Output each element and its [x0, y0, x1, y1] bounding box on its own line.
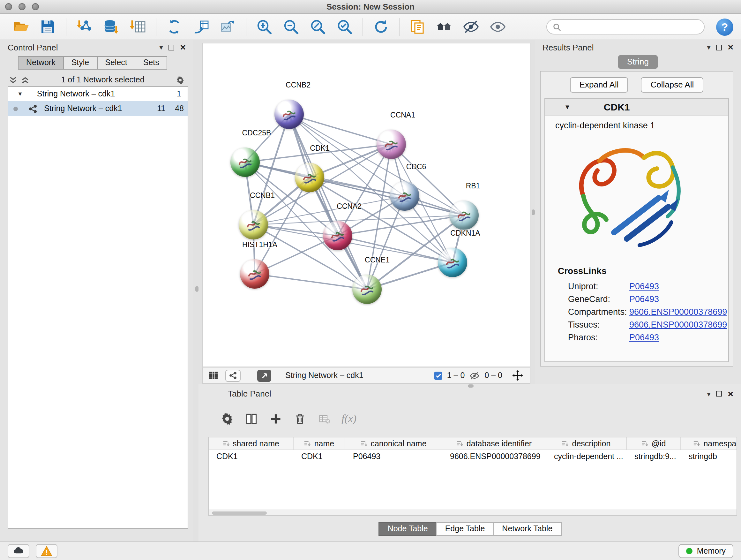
show-all-button[interactable]: [488, 17, 508, 37]
tab-node-table[interactable]: Node Table: [379, 522, 437, 536]
collapse-all-button[interactable]: Collapse All: [641, 77, 704, 92]
window-minimize-button[interactable]: [18, 3, 25, 10]
tab-edge-table[interactable]: Edge Table: [436, 522, 494, 536]
show-columns-button[interactable]: [245, 412, 259, 426]
network-name: String Network – cdk1: [44, 104, 122, 113]
function-builder-button[interactable]: f(x): [341, 413, 356, 425]
protein-details-scroll[interactable]: ▼ CDK1 cyclin-dependent kinase 1: [544, 98, 729, 362]
crosslink-link[interactable]: 9606.ENSP00000378699: [629, 307, 727, 316]
column-header-name[interactable]: name: [293, 437, 345, 449]
network-node-CCNE1[interactable]: [352, 274, 382, 304]
network-node-CCNB1[interactable]: [239, 210, 268, 240]
column-header-shared-name[interactable]: shared name: [209, 437, 293, 449]
import-table-button[interactable]: [128, 17, 147, 37]
column-header-namespace[interactable]: namespace: [681, 437, 737, 449]
refresh-layout-button[interactable]: [372, 17, 391, 37]
tab-network-table[interactable]: Network Table: [493, 522, 561, 536]
float-panel-icon[interactable]: ▾: [707, 44, 711, 51]
column-header--id[interactable]: @id: [627, 437, 681, 449]
close-panel-icon[interactable]: ×: [180, 44, 186, 51]
expand-all-button[interactable]: Expand All: [570, 77, 628, 92]
float-panel-icon[interactable]: ▾: [707, 390, 711, 397]
maximize-panel-icon[interactable]: [716, 391, 722, 396]
network-node-HIST1H1A[interactable]: [240, 259, 269, 289]
left-splitter-handle[interactable]: [195, 286, 199, 292]
birdseye-home-button[interactable]: [434, 17, 454, 37]
network-collection-row[interactable]: ▼ String Network – cdk1 1: [8, 87, 188, 101]
detach-view-button[interactable]: [257, 369, 271, 381]
delete-column-button[interactable]: [293, 412, 307, 426]
pan-mode-icon[interactable]: [512, 370, 523, 381]
network-view-canvas[interactable]: CCNB2CCNA1CDC25BCDK1CDC6RB1CCNB1CCNA2CDK…: [202, 43, 530, 367]
maximize-panel-icon[interactable]: [169, 44, 174, 50]
window-zoom-button[interactable]: [32, 3, 39, 10]
network-node-RB1[interactable]: [449, 200, 479, 230]
warnings-button[interactable]: [36, 544, 57, 558]
network-node-CDKN1A[interactable]: [438, 248, 467, 277]
export-network-image-button[interactable]: [218, 17, 238, 37]
tab-sets[interactable]: Sets: [135, 56, 167, 70]
import-network-from-file-button[interactable]: [75, 17, 94, 37]
help-button[interactable]: ?: [716, 18, 733, 36]
search-input[interactable]: [565, 22, 698, 32]
network-from-selection-button[interactable]: [165, 17, 184, 37]
network-node-CDK1[interactable]: [295, 163, 324, 192]
cloud-sync-button[interactable]: [8, 544, 29, 558]
table-row[interactable]: CDK1CDK1P064939606.ENSP00000378699cyclin…: [209, 450, 737, 463]
zoom-fit-button[interactable]: [308, 17, 327, 37]
network-row[interactable]: String Network – cdk1 11 48: [8, 101, 188, 116]
hide-selected-button[interactable]: [461, 17, 481, 37]
clone-network-with-table-button[interactable]: [192, 17, 211, 37]
search-field[interactable]: [546, 19, 704, 35]
crosslink-link[interactable]: P06493: [629, 332, 659, 342]
table-horizontal-scrollbar[interactable]: [209, 509, 737, 515]
zoom-selected-button[interactable]: [335, 17, 354, 37]
network-node-CCNB2[interactable]: [274, 100, 304, 129]
crosslink-link[interactable]: 9606.ENSP00000378699: [629, 320, 727, 329]
maximize-panel-icon[interactable]: [716, 44, 722, 50]
collapse-section-icon[interactable]: ▼: [564, 104, 570, 111]
network-node-CCNA1[interactable]: [377, 130, 406, 159]
close-panel-icon[interactable]: ×: [728, 44, 733, 51]
float-panel-icon[interactable]: ▾: [159, 44, 163, 51]
memory-button[interactable]: Memory: [678, 544, 733, 558]
gear-icon[interactable]: [176, 76, 185, 84]
zoom-in-button[interactable]: [255, 17, 274, 37]
import-network-from-database-button[interactable]: [102, 17, 121, 37]
selected-count-checkbox[interactable]: [434, 371, 443, 380]
grid-view-icon[interactable]: [209, 371, 218, 380]
collection-expander-icon[interactable]: ▼: [17, 91, 23, 97]
close-panel-icon[interactable]: ×: [728, 390, 733, 397]
tab-network[interactable]: Network: [18, 56, 64, 70]
right-splitter-handle[interactable]: [532, 209, 535, 215]
column-header-description[interactable]: description: [546, 437, 627, 449]
network-overview-button[interactable]: [225, 369, 241, 381]
collapse-all-icon[interactable]: [9, 76, 17, 84]
network-edge-CCNA2-CDKN1A[interactable]: [338, 236, 453, 262]
network-edge-CCNB2-CCNA1[interactable]: [289, 114, 391, 144]
network-node-CDC6[interactable]: [390, 181, 419, 211]
network-edge-HIST1H1A-CCNE1[interactable]: [255, 274, 367, 289]
crosslink-link[interactable]: P06493: [629, 281, 659, 291]
column-header-canonical-name[interactable]: canonical name: [345, 437, 442, 449]
zoom-out-button[interactable]: [281, 17, 300, 37]
tab-style[interactable]: Style: [63, 56, 98, 70]
save-session-button[interactable]: [38, 17, 57, 37]
string-results-tab[interactable]: String: [617, 55, 658, 69]
expand-all-icon[interactable]: [21, 76, 29, 84]
table-settings-button[interactable]: [220, 412, 234, 426]
tab-select[interactable]: Select: [97, 56, 136, 70]
create-column-button[interactable]: [269, 412, 283, 426]
column-header-database-identifier[interactable]: database identifier: [442, 437, 546, 449]
window-close-button[interactable]: [5, 3, 12, 10]
network-node-CCNA2[interactable]: [323, 221, 352, 250]
network-node-CDC25B[interactable]: [230, 147, 260, 177]
delete-table-button[interactable]: [317, 412, 331, 426]
scrollbar-thumb[interactable]: [212, 511, 267, 515]
open-session-button[interactable]: [11, 17, 30, 37]
protein-section-header[interactable]: ▼ CDK1: [545, 99, 728, 116]
annotations-button[interactable]: [408, 17, 427, 37]
crosslink-link[interactable]: P06493: [629, 294, 659, 304]
network-edge-CCNB2-CCNE1[interactable]: [289, 114, 367, 289]
bottom-splitter-handle[interactable]: [468, 384, 474, 388]
